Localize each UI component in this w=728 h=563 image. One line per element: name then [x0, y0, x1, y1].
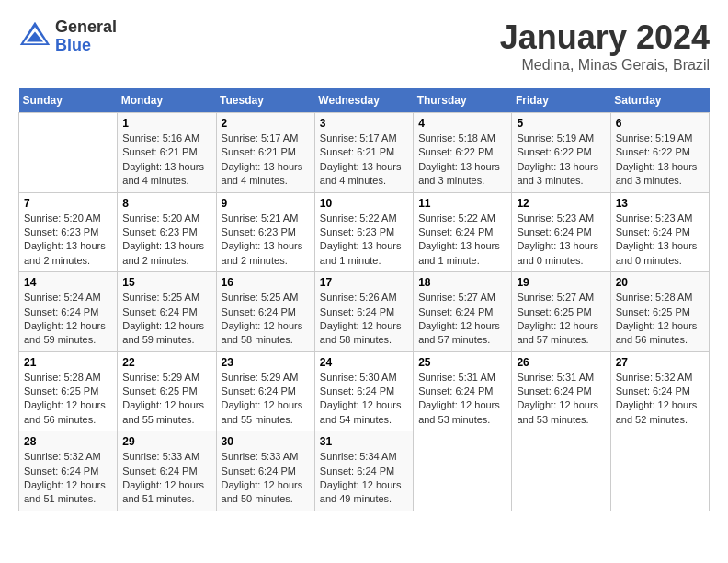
day-cell: 18Sunrise: 5:27 AM Sunset: 6:24 PM Dayli…	[414, 272, 512, 352]
day-cell: 8Sunrise: 5:20 AM Sunset: 6:23 PM Daylig…	[118, 192, 216, 272]
weekday-header-saturday: Saturday	[610, 88, 709, 113]
day-info: Sunrise: 5:16 AM Sunset: 6:21 PM Dayligh…	[122, 132, 210, 189]
day-number: 3	[320, 117, 408, 130]
day-number: 31	[320, 435, 408, 448]
day-cell: 4Sunrise: 5:18 AM Sunset: 6:22 PM Daylig…	[414, 113, 512, 193]
day-info: Sunrise: 5:23 AM Sunset: 6:24 PM Dayligh…	[616, 212, 704, 269]
day-number: 26	[517, 356, 605, 369]
day-number: 2	[222, 117, 310, 130]
day-cell: 24Sunrise: 5:30 AM Sunset: 6:24 PM Dayli…	[314, 351, 413, 431]
day-info: Sunrise: 5:18 AM Sunset: 6:22 PM Dayligh…	[418, 132, 506, 189]
weekday-header-tuesday: Tuesday	[216, 88, 314, 113]
day-number: 30	[222, 435, 310, 448]
week-row-3: 14Sunrise: 5:24 AM Sunset: 6:24 PM Dayli…	[19, 272, 710, 352]
day-number: 25	[418, 356, 506, 369]
day-number: 29	[122, 435, 210, 448]
location: Medina, Minas Gerais, Brazil	[500, 57, 710, 74]
day-cell: 7Sunrise: 5:20 AM Sunset: 6:23 PM Daylig…	[19, 192, 118, 272]
day-cell: 9Sunrise: 5:21 AM Sunset: 6:23 PM Daylig…	[216, 192, 314, 272]
day-cell: 19Sunrise: 5:27 AM Sunset: 6:25 PM Dayli…	[512, 272, 610, 352]
day-number: 18	[418, 276, 506, 289]
day-cell: 25Sunrise: 5:31 AM Sunset: 6:24 PM Dayli…	[414, 351, 512, 431]
day-cell: 30Sunrise: 5:33 AM Sunset: 6:24 PM Dayli…	[216, 431, 314, 511]
day-cell: 31Sunrise: 5:34 AM Sunset: 6:24 PM Dayli…	[314, 431, 413, 511]
day-cell: 28Sunrise: 5:32 AM Sunset: 6:24 PM Dayli…	[19, 431, 118, 511]
week-row-1: 1Sunrise: 5:16 AM Sunset: 6:21 PM Daylig…	[19, 113, 710, 193]
day-number: 5	[517, 117, 605, 130]
day-info: Sunrise: 5:30 AM Sunset: 6:24 PM Dayligh…	[320, 371, 408, 428]
day-cell: 17Sunrise: 5:26 AM Sunset: 6:24 PM Dayli…	[314, 272, 413, 352]
day-info: Sunrise: 5:27 AM Sunset: 6:24 PM Dayligh…	[418, 291, 506, 348]
day-number: 21	[24, 356, 112, 369]
weekday-header-monday: Monday	[118, 88, 216, 113]
day-number: 14	[24, 276, 112, 289]
day-number: 9	[222, 197, 310, 210]
day-number: 7	[24, 197, 112, 210]
day-cell: 6Sunrise: 5:19 AM Sunset: 6:22 PM Daylig…	[610, 113, 709, 193]
weekday-header-friday: Friday	[512, 88, 610, 113]
month-title: January 2024	[500, 18, 710, 57]
day-info: Sunrise: 5:22 AM Sunset: 6:23 PM Dayligh…	[320, 212, 408, 269]
day-cell: 10Sunrise: 5:22 AM Sunset: 6:23 PM Dayli…	[314, 192, 413, 272]
day-info: Sunrise: 5:21 AM Sunset: 6:23 PM Dayligh…	[222, 212, 310, 269]
day-info: Sunrise: 5:28 AM Sunset: 6:25 PM Dayligh…	[24, 371, 112, 428]
week-row-4: 21Sunrise: 5:28 AM Sunset: 6:25 PM Dayli…	[19, 351, 710, 431]
day-cell: 29Sunrise: 5:33 AM Sunset: 6:24 PM Dayli…	[118, 431, 216, 511]
day-number: 15	[122, 276, 210, 289]
day-cell: 27Sunrise: 5:32 AM Sunset: 6:24 PM Dayli…	[610, 351, 709, 431]
day-number: 22	[122, 356, 210, 369]
day-cell	[414, 431, 512, 511]
day-info: Sunrise: 5:31 AM Sunset: 6:24 PM Dayligh…	[418, 371, 506, 428]
day-info: Sunrise: 5:17 AM Sunset: 6:21 PM Dayligh…	[320, 132, 408, 189]
day-number: 12	[517, 197, 605, 210]
day-info: Sunrise: 5:32 AM Sunset: 6:24 PM Dayligh…	[616, 371, 704, 428]
logo-blue: Blue	[55, 37, 117, 55]
day-cell: 2Sunrise: 5:17 AM Sunset: 6:21 PM Daylig…	[216, 113, 314, 193]
day-cell: 12Sunrise: 5:23 AM Sunset: 6:24 PM Dayli…	[512, 192, 610, 272]
day-number: 16	[222, 276, 310, 289]
day-number: 23	[222, 356, 310, 369]
day-cell	[19, 113, 118, 193]
day-info: Sunrise: 5:17 AM Sunset: 6:21 PM Dayligh…	[222, 132, 310, 189]
day-cell: 23Sunrise: 5:29 AM Sunset: 6:24 PM Dayli…	[216, 351, 314, 431]
day-info: Sunrise: 5:27 AM Sunset: 6:25 PM Dayligh…	[517, 291, 605, 348]
weekday-header-row: SundayMondayTuesdayWednesdayThursdayFrid…	[19, 88, 710, 113]
weekday-header-thursday: Thursday	[414, 88, 512, 113]
day-info: Sunrise: 5:26 AM Sunset: 6:24 PM Dayligh…	[320, 291, 408, 348]
day-info: Sunrise: 5:22 AM Sunset: 6:24 PM Dayligh…	[418, 212, 506, 269]
day-cell	[512, 431, 610, 511]
day-info: Sunrise: 5:24 AM Sunset: 6:24 PM Dayligh…	[24, 291, 112, 348]
calendar: SundayMondayTuesdayWednesdayThursdayFrid…	[18, 88, 710, 511]
day-info: Sunrise: 5:28 AM Sunset: 6:25 PM Dayligh…	[616, 291, 704, 348]
day-cell: 16Sunrise: 5:25 AM Sunset: 6:24 PM Dayli…	[216, 272, 314, 352]
weekday-header-wednesday: Wednesday	[314, 88, 413, 113]
logo-general: General	[55, 18, 117, 37]
day-number: 6	[616, 117, 704, 130]
day-number: 27	[616, 356, 704, 369]
day-cell: 15Sunrise: 5:25 AM Sunset: 6:24 PM Dayli…	[118, 272, 216, 352]
day-number: 10	[320, 197, 408, 210]
day-info: Sunrise: 5:25 AM Sunset: 6:24 PM Dayligh…	[122, 291, 210, 348]
day-cell: 5Sunrise: 5:19 AM Sunset: 6:22 PM Daylig…	[512, 113, 610, 193]
day-cell: 26Sunrise: 5:31 AM Sunset: 6:24 PM Dayli…	[512, 351, 610, 431]
day-number: 20	[616, 276, 704, 289]
day-info: Sunrise: 5:19 AM Sunset: 6:22 PM Dayligh…	[517, 132, 605, 189]
logo: General Blue	[18, 18, 117, 55]
day-info: Sunrise: 5:33 AM Sunset: 6:24 PM Dayligh…	[222, 450, 310, 507]
day-cell: 1Sunrise: 5:16 AM Sunset: 6:21 PM Daylig…	[118, 113, 216, 193]
day-info: Sunrise: 5:31 AM Sunset: 6:24 PM Dayligh…	[517, 371, 605, 428]
day-info: Sunrise: 5:20 AM Sunset: 6:23 PM Dayligh…	[24, 212, 112, 269]
day-info: Sunrise: 5:25 AM Sunset: 6:24 PM Dayligh…	[222, 291, 310, 348]
day-cell: 14Sunrise: 5:24 AM Sunset: 6:24 PM Dayli…	[19, 272, 118, 352]
day-number: 17	[320, 276, 408, 289]
day-info: Sunrise: 5:19 AM Sunset: 6:22 PM Dayligh…	[616, 132, 704, 189]
day-number: 11	[418, 197, 506, 210]
day-info: Sunrise: 5:29 AM Sunset: 6:25 PM Dayligh…	[122, 371, 210, 428]
week-row-2: 7Sunrise: 5:20 AM Sunset: 6:23 PM Daylig…	[19, 192, 710, 272]
day-info: Sunrise: 5:33 AM Sunset: 6:24 PM Dayligh…	[122, 450, 210, 507]
logo-icon	[18, 20, 51, 53]
day-cell: 13Sunrise: 5:23 AM Sunset: 6:24 PM Dayli…	[610, 192, 709, 272]
day-number: 19	[517, 276, 605, 289]
day-number: 13	[616, 197, 704, 210]
page-header: General Blue January 2024 Medina, Minas …	[18, 18, 710, 74]
